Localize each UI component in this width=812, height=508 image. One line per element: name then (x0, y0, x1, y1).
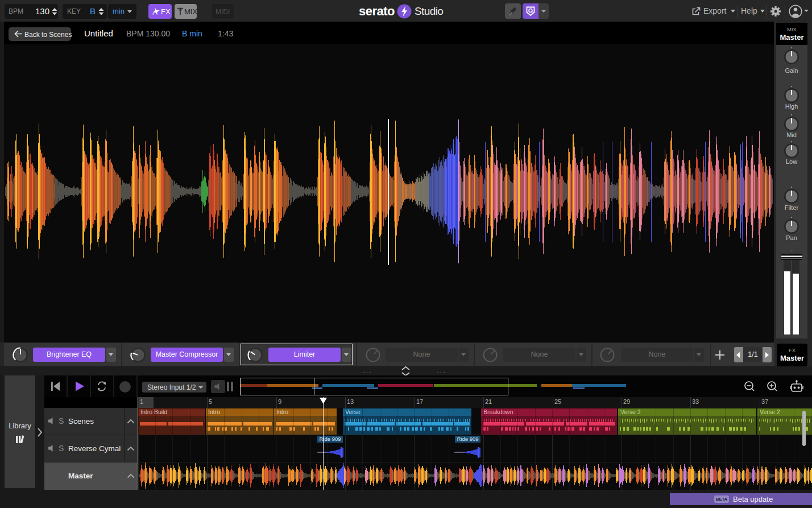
svg-text:Intro Build: Intro Build (140, 408, 167, 415)
svg-text:Breakdown: Breakdown (483, 408, 513, 415)
svg-text:Intro: Intro (208, 408, 220, 415)
svg-text:Verse: Verse (345, 408, 361, 415)
svg-text:Verse 2: Verse 2 (620, 408, 641, 415)
svg-text:Intro: Intro (276, 408, 288, 415)
